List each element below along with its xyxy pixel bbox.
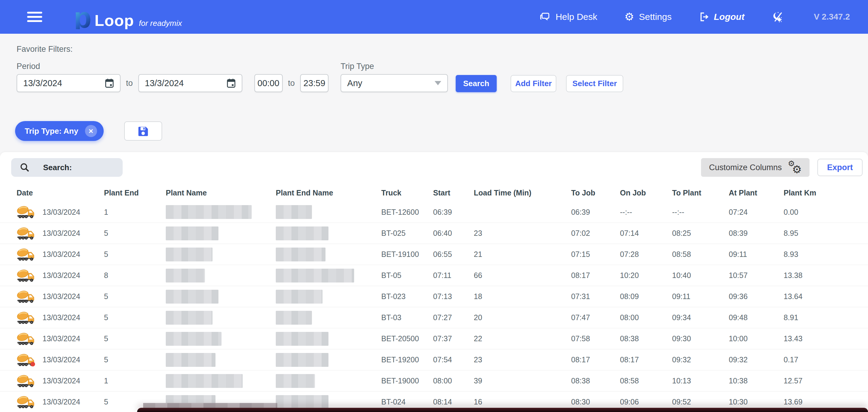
redacted-plant-name <box>166 311 213 325</box>
cell-to-plant: 09:30 <box>672 334 729 343</box>
table-row[interactable]: 13/03/20248BT-0507:116608:1710:2010:4010… <box>0 265 868 286</box>
cell-at-plant: 09:48 <box>729 313 784 322</box>
remove-filter-icon[interactable]: × <box>85 125 97 137</box>
cell-plant-name <box>166 374 276 388</box>
cell-at-plant: 07:24 <box>729 208 784 216</box>
cell-at-plant: 09:11 <box>729 250 784 259</box>
table-row[interactable]: 13/03/20241BET-1900008:003908:3808:5810:… <box>0 370 868 391</box>
col-header-plant-name[interactable]: Plant Name <box>166 188 276 197</box>
table-header-row: Date Plant End Plant Name Plant End Name… <box>0 184 868 202</box>
date-to-input[interactable]: 13/3/2024 <box>138 74 242 92</box>
theme-toggle-button[interactable] <box>772 11 784 23</box>
col-header-load-time[interactable]: Load Time (Min) <box>474 188 571 197</box>
app-logo[interactable]: p Loop for readymix <box>74 4 182 30</box>
time-from-input[interactable]: 00:00 <box>254 74 283 92</box>
table-row[interactable]: 13/03/20245BET-1920007:542308:1708:1709:… <box>0 349 868 370</box>
date-value: 13/03/2024 <box>42 250 80 259</box>
cell-start: 06:39 <box>433 208 474 216</box>
cell-plant-end-name <box>276 227 381 240</box>
background-window-edge <box>137 408 868 412</box>
table-row[interactable]: 13/03/20241BET-1260006:3906:39--:----:--… <box>0 202 868 222</box>
cell-plant-end-name <box>276 247 381 262</box>
col-header-to-job[interactable]: To Job <box>571 188 620 197</box>
export-button[interactable]: Export <box>817 159 863 176</box>
cell-truck: BT-023 <box>381 292 433 301</box>
help-desk-button[interactable]: Help Desk <box>540 11 597 22</box>
time-range-separator: to <box>288 79 295 88</box>
cell-plant-name <box>166 269 276 282</box>
logout-label: Logout <box>714 12 745 22</box>
cell-at-plant: 10:00 <box>729 334 784 343</box>
cell-plant-km: 13.69 <box>784 398 868 406</box>
date-value: 13/03/2024 <box>42 229 80 238</box>
cell-plant-name <box>166 311 276 325</box>
redacted-plant-end-name <box>276 332 329 346</box>
table-row[interactable]: 13/03/20245BET-2050007:372207:5808:3809:… <box>0 328 868 349</box>
col-header-plant-km[interactable]: Plant Km <box>784 188 868 197</box>
mixer-truck-icon <box>17 311 36 325</box>
col-header-truck[interactable]: Truck <box>381 188 433 197</box>
cell-plant-km: 13.64 <box>784 292 868 301</box>
cell-at-plant: 09:36 <box>729 292 784 301</box>
settings-button[interactable]: ⚙ Settings <box>624 11 672 22</box>
col-header-to-plant[interactable]: To Plant <box>672 188 729 197</box>
cell-date: 13/03/2024 <box>17 247 104 262</box>
cell-to-plant: 09:11 <box>672 292 729 301</box>
date-value: 13/03/2024 <box>42 313 80 322</box>
cell-start: 07:11 <box>433 271 474 280</box>
favorite-filters-label: Favorite Filters: <box>17 44 868 54</box>
select-filter-button[interactable]: Select Filter <box>566 75 623 92</box>
date-value: 13/03/2024 <box>42 271 80 280</box>
col-header-at-plant[interactable]: At Plant <box>729 188 784 197</box>
trip-type-select[interactable]: Any <box>341 74 448 92</box>
loop-logo-icon: p <box>74 6 92 30</box>
col-header-plant-end[interactable]: Plant End <box>104 188 166 197</box>
col-header-date[interactable]: Date <box>17 188 104 197</box>
cell-start: 07:37 <box>433 334 474 343</box>
table-row[interactable]: 13/03/20245BT-0307:272007:4708:0009:3409… <box>0 307 868 328</box>
table-row[interactable]: 13/03/20245BET-1910006:552107:1507:2808:… <box>0 244 868 265</box>
cell-plant-end: 1 <box>104 208 166 216</box>
cell-start: 08:00 <box>433 376 474 385</box>
table-row[interactable]: 13/03/20245BT-02506:402307:0207:1408:250… <box>0 222 868 244</box>
cell-on-job: 08:17 <box>620 355 672 364</box>
cell-at-plant: 08:39 <box>729 229 784 238</box>
date-from-input[interactable]: 13/3/2024 <box>17 74 121 92</box>
time-to-input[interactable]: 23:59 <box>300 74 329 92</box>
col-header-start[interactable]: Start <box>433 188 474 197</box>
cell-plant-end-name <box>276 205 381 219</box>
search-button[interactable]: Search <box>456 75 497 92</box>
cell-date: 13/03/2024 <box>17 205 104 219</box>
cell-date: 13/03/2024 <box>17 269 104 282</box>
cell-truck: BT-05 <box>381 271 433 280</box>
calendar-icon[interactable] <box>105 78 114 88</box>
mixer-truck-icon <box>17 205 36 219</box>
redacted-plant-name <box>166 332 221 346</box>
mixer-truck-icon <box>17 395 36 409</box>
table-toolbar: Search: Customize Columns ⚙ ⚙ Export <box>0 152 868 177</box>
redacted-plant-end-name <box>276 353 329 367</box>
logout-button[interactable]: Logout <box>699 12 745 22</box>
table-row[interactable]: 13/03/20245BT-02307:131807:3108:0909:110… <box>0 286 868 307</box>
save-filter-button[interactable] <box>124 122 162 141</box>
cell-plant-end-name <box>276 269 381 282</box>
period-field: Period 13/3/2024 to 13/3/2024 <box>17 62 242 92</box>
col-header-plant-end-name[interactable]: Plant End Name <box>276 188 381 197</box>
table-search-input[interactable]: Search: <box>11 158 123 177</box>
cell-plant-end: 1 <box>104 376 166 385</box>
cell-plant-end-name <box>276 374 381 388</box>
calendar-icon[interactable] <box>227 78 236 88</box>
logout-icon <box>699 12 709 22</box>
add-filter-button[interactable]: Add Filter <box>510 75 556 92</box>
cell-date: 13/03/2024 <box>17 227 104 240</box>
col-header-on-job[interactable]: On Job <box>620 188 672 197</box>
top-nav: Help Desk ⚙ Settings Logout <box>540 11 850 23</box>
cell-truck: BET-19000 <box>381 376 433 385</box>
customize-columns-button[interactable]: Customize Columns ⚙ ⚙ <box>701 158 809 177</box>
redacted-plant-name <box>166 353 216 367</box>
date-value: 13/03/2024 <box>42 334 80 343</box>
menu-icon[interactable] <box>27 12 42 22</box>
cell-load-time: 66 <box>474 271 571 280</box>
trip-type-filter-chip[interactable]: Trip Type: Any × <box>15 121 104 141</box>
logo-tagline: for readymix <box>139 19 182 28</box>
